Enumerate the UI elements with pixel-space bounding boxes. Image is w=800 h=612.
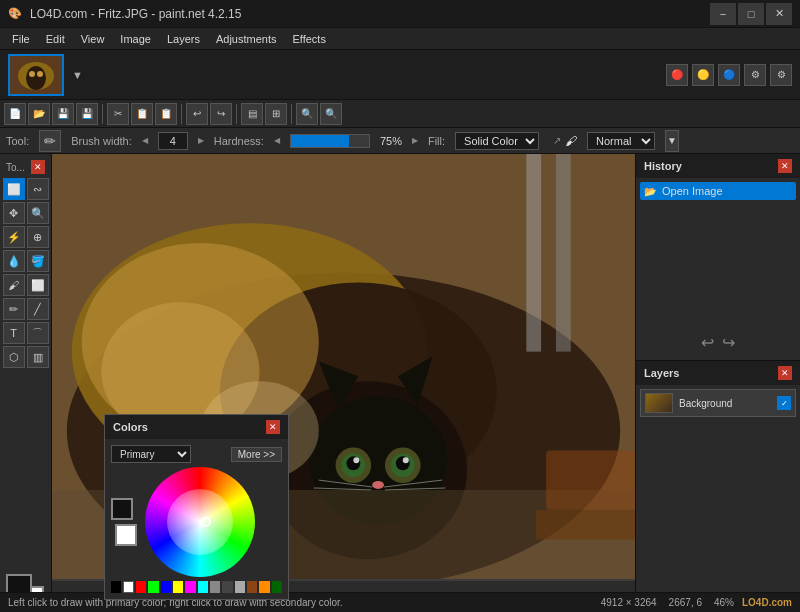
- swatch-darkgray[interactable]: [222, 581, 232, 593]
- svg-rect-30: [556, 154, 571, 352]
- swatch-orange[interactable]: [259, 581, 269, 593]
- redo-btn[interactable]: ↪: [210, 103, 232, 125]
- tool-magic-wand[interactable]: ⚡: [3, 226, 25, 248]
- tool-row-7: T ⌒: [2, 322, 49, 344]
- close-button[interactable]: ✕: [766, 3, 792, 25]
- image-thumbnail[interactable]: [8, 54, 64, 96]
- tool-brush[interactable]: 🖌: [3, 274, 25, 296]
- save-btn[interactable]: 💾: [52, 103, 74, 125]
- tool-line[interactable]: ╱: [27, 298, 49, 320]
- layers-panel: Layers ✕ Background ✓: [636, 361, 800, 612]
- menu-layers[interactable]: Layers: [159, 28, 208, 49]
- menu-effects[interactable]: Effects: [285, 28, 334, 49]
- svg-rect-29: [526, 154, 541, 352]
- status-brand: LO4D.com: [742, 597, 792, 608]
- blend-mode-select[interactable]: Normal Multiply Screen Overlay: [587, 132, 655, 150]
- menu-edit[interactable]: Edit: [38, 28, 73, 49]
- cut-btn[interactable]: ✂: [107, 103, 129, 125]
- status-zoom: 46%: [714, 597, 734, 608]
- swatch-darkgreen[interactable]: [272, 581, 282, 593]
- swatch-lime[interactable]: [148, 581, 158, 593]
- settings-btn[interactable]: ⚙: [770, 64, 792, 86]
- zoom-out-btn[interactable]: 🔍: [320, 103, 342, 125]
- toolbox-close-btn[interactable]: ✕: [31, 160, 45, 174]
- new-btn[interactable]: 📄: [4, 103, 26, 125]
- brush-width-right-arrow[interactable]: ▶: [198, 136, 204, 145]
- tool-move[interactable]: ✥: [3, 202, 25, 224]
- tool-path[interactable]: ⌒: [27, 322, 49, 344]
- hardness-slider[interactable]: [290, 134, 370, 148]
- tool-text[interactable]: T: [3, 322, 25, 344]
- undo-btn[interactable]: ↩: [186, 103, 208, 125]
- deselect-btn[interactable]: ▤: [241, 103, 263, 125]
- active-tool-btn[interactable]: ✏: [39, 130, 61, 152]
- history-redo-btn[interactable]: ↪: [722, 333, 735, 352]
- maximize-button[interactable]: □: [738, 3, 764, 25]
- more-colors-btn[interactable]: More >>: [231, 447, 282, 462]
- swatch-white[interactable]: [123, 581, 134, 593]
- color-mode-btn2[interactable]: 🟡: [692, 64, 714, 86]
- fill-select[interactable]: Solid Color No Blend Overwrite: [455, 132, 539, 150]
- swatch-magenta[interactable]: [185, 581, 195, 593]
- brush-width-left-arrow[interactable]: ◀: [142, 136, 148, 145]
- copy-btn[interactable]: 📋: [131, 103, 153, 125]
- tool-eraser[interactable]: ⬜: [27, 274, 49, 296]
- color-mode-btn3[interactable]: 🔵: [718, 64, 740, 86]
- brush-width-input[interactable]: [158, 132, 188, 150]
- layers-panel-close[interactable]: ✕: [778, 366, 792, 380]
- svg-point-20: [403, 457, 409, 463]
- tool-shapes[interactable]: ⬡: [3, 346, 25, 368]
- colors-panel-title: Colors: [113, 421, 148, 433]
- hardness-left-arrow[interactable]: ◀: [274, 136, 280, 145]
- foreground-swatch[interactable]: [111, 498, 133, 520]
- select-all-btn[interactable]: ⊞: [265, 103, 287, 125]
- background-swatch[interactable]: [115, 524, 137, 546]
- menu-file[interactable]: File: [4, 28, 38, 49]
- tool-color-picker[interactable]: 💧: [3, 250, 25, 272]
- menu-image[interactable]: Image: [112, 28, 159, 49]
- tool-clone-stamp[interactable]: ⊕: [27, 226, 49, 248]
- minimize-button[interactable]: −: [710, 3, 736, 25]
- svg-point-21: [372, 481, 384, 489]
- history-item[interactable]: 📂 Open Image: [640, 182, 796, 200]
- swatch-black[interactable]: [111, 581, 121, 593]
- layer-item[interactable]: Background ✓: [640, 389, 796, 417]
- swatch-ltgray[interactable]: [235, 581, 245, 593]
- color-mode-btn4[interactable]: ⚙: [744, 64, 766, 86]
- colors-panel-close[interactable]: ✕: [266, 420, 280, 434]
- swatch-blue[interactable]: [161, 581, 171, 593]
- color-mode-btn[interactable]: 🔴: [666, 64, 688, 86]
- swatch-red[interactable]: [136, 581, 146, 593]
- hardness-right-arrow[interactable]: ▶: [412, 136, 418, 145]
- status-left-text: Left click to draw with primary color; r…: [8, 597, 601, 608]
- top-toolbar: 📄 📂 💾 💾 ✂ 📋 📋 ↩ ↪ ▤ ⊞ 🔍 🔍: [0, 100, 800, 128]
- canvas-container[interactable]: Colors ✕ Primary Secondary More >>: [52, 154, 635, 612]
- tool-pencil[interactable]: ✏: [3, 298, 25, 320]
- svg-rect-33: [536, 510, 635, 540]
- tab-dropdown-arrow[interactable]: ▼: [72, 69, 83, 81]
- save-as-btn[interactable]: 💾: [76, 103, 98, 125]
- swatch-yellow[interactable]: [173, 581, 183, 593]
- menu-adjustments[interactable]: Adjustments: [208, 28, 285, 49]
- tool-gradient[interactable]: ▥: [27, 346, 49, 368]
- swatch-gray[interactable]: [210, 581, 220, 593]
- swatch-brown[interactable]: [247, 581, 257, 593]
- tool-paint-bucket[interactable]: 🪣: [27, 250, 49, 272]
- color-mode-select[interactable]: Primary Secondary: [111, 445, 191, 463]
- history-undo-btn[interactable]: ↩: [701, 333, 714, 352]
- tool-zoom[interactable]: 🔍: [27, 202, 49, 224]
- paste-btn[interactable]: 📋: [155, 103, 177, 125]
- swatch-cyan[interactable]: [198, 581, 208, 593]
- tool-lasso-select[interactable]: ∾: [27, 178, 49, 200]
- zoom-in-btn[interactable]: 🔍: [296, 103, 318, 125]
- color-wheel[interactable]: [145, 467, 255, 577]
- toolbox-label: To...: [6, 162, 25, 173]
- menu-view[interactable]: View: [73, 28, 113, 49]
- toolbar-sep2: [181, 104, 182, 124]
- tool-rectangle-select[interactable]: ⬜: [3, 178, 25, 200]
- thumbnail-bar: ▼ 🔴 🟡 🔵 ⚙ ⚙: [0, 50, 800, 100]
- blend-mode-arrow[interactable]: ▼: [665, 130, 679, 152]
- open-btn[interactable]: 📂: [28, 103, 50, 125]
- layer-visibility-toggle[interactable]: ✓: [777, 396, 791, 410]
- history-panel-close[interactable]: ✕: [778, 159, 792, 173]
